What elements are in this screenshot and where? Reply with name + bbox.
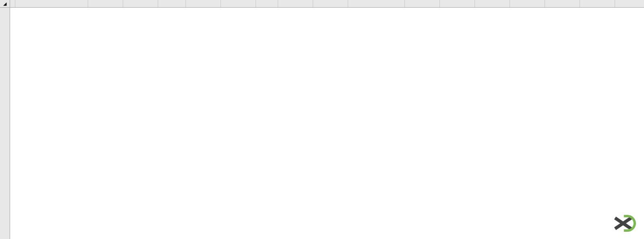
col-header[interactable]	[580, 0, 615, 7]
col-header[interactable]	[278, 0, 313, 7]
col-header[interactable]	[313, 0, 348, 7]
cell-grid[interactable]	[10, 8, 644, 239]
spreadsheet: ◢	[0, 0, 644, 239]
col-header[interactable]	[10, 0, 15, 7]
column-header-row: ◢	[0, 0, 644, 8]
col-header[interactable]	[221, 0, 256, 7]
col-header[interactable]	[510, 0, 545, 7]
col-header[interactable]	[405, 0, 440, 7]
row-header-column	[0, 8, 10, 239]
col-header[interactable]	[158, 0, 186, 7]
select-all-corner[interactable]: ◢	[0, 0, 10, 7]
col-header[interactable]	[440, 0, 475, 7]
col-header[interactable]	[545, 0, 580, 7]
col-header[interactable]	[88, 0, 123, 7]
col-header[interactable]	[186, 0, 221, 7]
col-header[interactable]	[475, 0, 510, 7]
col-header[interactable]	[348, 0, 405, 7]
col-header[interactable]	[123, 0, 158, 7]
col-header[interactable]	[15, 0, 88, 7]
col-header[interactable]	[256, 0, 278, 7]
